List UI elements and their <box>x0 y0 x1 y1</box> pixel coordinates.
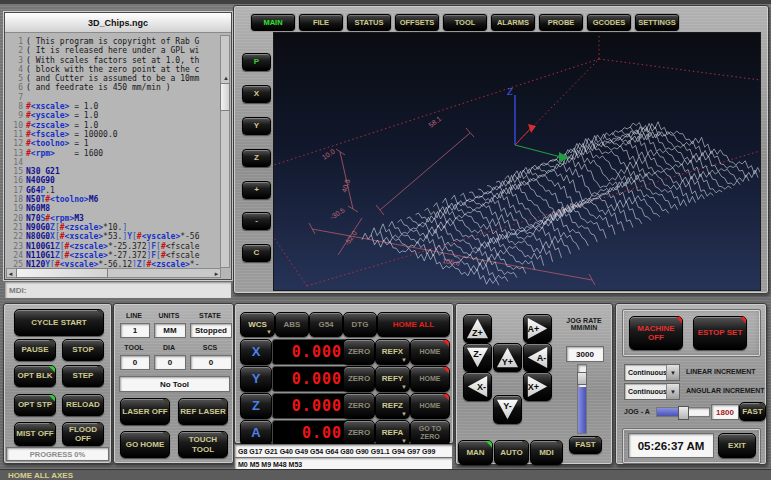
code-lines[interactable]: 1( This program is copyright of Rab G2( … <box>7 37 221 267</box>
file-panel: 3D_Chips.ngc 1( This program is copyrigh… <box>4 12 232 280</box>
go-to-zero-a-button[interactable]: GO TO ZERO <box>410 420 450 446</box>
view-button-p[interactable]: P <box>242 53 271 71</box>
scroll-right-icon[interactable]: ► <box>212 270 221 278</box>
tab-settings[interactable]: SETTINGS <box>635 14 679 31</box>
plot-area[interactable]: 10.040.5-30.5-52.0105.058.1 Z <box>273 32 761 291</box>
axis-button-x[interactable]: X <box>240 339 272 365</box>
header-scs: SCS <box>190 344 230 351</box>
dro-value-y: 0.000 <box>272 366 349 392</box>
code-line: 24N110G1Z[#<zscale>*-27.372]F[#<fscale <box>7 251 221 260</box>
home-x-button[interactable]: HOME <box>410 339 450 365</box>
dro-header-wcs[interactable]: WCS▼ <box>240 312 275 337</box>
tab-file[interactable]: FILE <box>299 14 343 31</box>
dro-header-dtg[interactable]: DTG <box>343 312 377 337</box>
zero-z-button[interactable]: ZERO <box>343 393 375 419</box>
pause-button[interactable]: PAUSE <box>14 339 56 361</box>
go-home-button[interactable]: GO HOME <box>120 431 170 458</box>
step-button[interactable]: STEP <box>62 365 104 387</box>
jog-a-slider-handle[interactable] <box>678 406 689 420</box>
led-indicator <box>441 340 449 348</box>
exit-button[interactable]: EXIT <box>718 433 756 458</box>
code-hscroll-thumb[interactable] <box>16 268 108 278</box>
chevron-down-icon[interactable]: ▼ <box>666 365 679 380</box>
axis-button-z[interactable]: Z <box>240 393 272 419</box>
chevron-down-icon[interactable]: ▼ <box>666 384 679 399</box>
code-line: 5( and Cutter is assumed to be a 10mm <box>7 74 221 83</box>
code-line: 21N90G0Z[#<zscale>*10.] <box>7 223 221 232</box>
program-panel: CYCLE STARTPAUSESTOPOPT BLKSTEPOPT STPRE… <box>3 303 112 464</box>
mist-off-button[interactable]: MIST OFF <box>14 422 56 446</box>
units-value: MM <box>154 323 186 338</box>
ref-z-button[interactable]: REFZ▼ <box>375 393 410 419</box>
tab-gcodes[interactable]: GCODES <box>587 14 631 31</box>
jog-a-slider[interactable] <box>656 407 710 417</box>
code-line: 1( This program is copyright of Rab G <box>7 37 221 46</box>
dro-header-g54[interactable]: G54 <box>309 312 343 337</box>
ref-laser-button[interactable]: REF LASER <box>178 398 228 425</box>
machine-off-button[interactable]: MACHINE OFF <box>629 316 683 350</box>
tab-status[interactable]: STATUS <box>347 14 391 31</box>
axis-button-y[interactable]: Y <box>240 366 272 392</box>
laser-off-button[interactable]: LASER OFF <box>120 398 170 425</box>
dro-header-abs[interactable]: ABS <box>275 312 309 337</box>
angular-increment-select[interactable]: Continuous ▼ <box>624 383 680 400</box>
chevron-down-icon: ▼ <box>401 384 407 391</box>
flood-off-button[interactable]: FLOOD OFF <box>62 422 104 446</box>
home-y-button[interactable]: HOME <box>410 366 450 392</box>
code-line: 8#<xscale> = 1.0 <box>7 102 221 111</box>
status-bar: HOME ALL AXES <box>0 469 771 480</box>
led-indicator <box>219 399 227 407</box>
led-indicator <box>161 399 169 407</box>
chevron-down-icon: ▼ <box>266 329 272 336</box>
clock-display: 05:26:37 AM <box>628 433 714 458</box>
code-line: 14 <box>7 158 221 167</box>
led-indicator <box>95 366 103 374</box>
dro-header-home-all[interactable]: HOME ALL <box>377 312 450 337</box>
view-button-z[interactable]: Z <box>242 149 271 167</box>
tab-probe[interactable]: PROBE <box>539 14 583 31</box>
chevron-down-icon: ▼ <box>401 411 407 418</box>
zero-x-button[interactable]: ZERO <box>343 339 375 365</box>
mode-mdi-button[interactable]: MDI <box>530 440 563 465</box>
estop-set-button[interactable]: ESTOP SET <box>693 316 747 350</box>
view-button-y[interactable]: Y <box>242 117 271 135</box>
view-button--[interactable]: - <box>242 212 271 230</box>
settings-fast-button[interactable]: FAST <box>739 402 766 421</box>
view-button-+[interactable]: + <box>242 181 271 199</box>
tab-offsets[interactable]: OFFSETS <box>395 14 439 31</box>
tab-alarms[interactable]: ALARMS <box>491 14 535 31</box>
touch-tool-button[interactable]: TOUCH TOOL <box>178 431 228 458</box>
view-button-c[interactable]: C <box>242 244 271 262</box>
view-button-x[interactable]: X <box>242 85 271 103</box>
zero-y-button[interactable]: ZERO <box>343 366 375 392</box>
ref-y-button[interactable]: REFY▼ <box>375 366 410 392</box>
zero-a-button[interactable]: ZERO <box>343 420 375 446</box>
ref-x-button[interactable]: REFX▼ <box>375 339 410 365</box>
linear-increment-select[interactable]: Continuous ▼ <box>624 364 680 381</box>
led-indicator <box>441 367 449 375</box>
axis-button-a[interactable]: A <box>240 420 272 446</box>
axis-tick-label: 10.0 <box>321 147 336 160</box>
mode-auto-button[interactable]: AUTO <box>494 440 529 465</box>
code-line: 2( It is released here under a GPL wi <box>7 46 221 55</box>
home-z-button[interactable]: HOME <box>410 393 450 419</box>
code-vscrollbar[interactable] <box>220 35 230 268</box>
stop-button[interactable]: STOP <box>62 339 104 361</box>
cycle-start-button[interactable]: CYCLE START <box>14 309 104 336</box>
tool-name-display: No Tool <box>119 376 230 392</box>
code-vscroll-thumb[interactable] <box>220 83 230 111</box>
jog-a-value[interactable]: 1800 <box>711 404 739 420</box>
code-line: 22N80G0X[#<xscale>*53.]Y[#<yscale>*-56 <box>7 232 221 241</box>
mode-man-button[interactable]: MAN <box>458 440 493 465</box>
scroll-up-icon[interactable]: ▲ <box>222 73 230 82</box>
tool-panel: LINEUNITSSTATE1MMStoppedTOOLDIASCS000No … <box>113 303 234 464</box>
opt-stp-button[interactable]: OPT STP <box>14 394 56 416</box>
scroll-left-icon[interactable]: ◄ <box>6 270 15 278</box>
tab-tool[interactable]: TOOL <box>443 14 487 31</box>
led-indicator <box>554 441 562 449</box>
mdi-input[interactable]: MDI: <box>4 281 232 299</box>
reload-button[interactable]: RELOAD <box>62 394 104 416</box>
mdi-label: MDI: <box>5 286 26 295</box>
opt-blk-button[interactable]: OPT BLK <box>14 365 56 387</box>
ref-a-button[interactable]: REFA▼ <box>375 420 410 446</box>
